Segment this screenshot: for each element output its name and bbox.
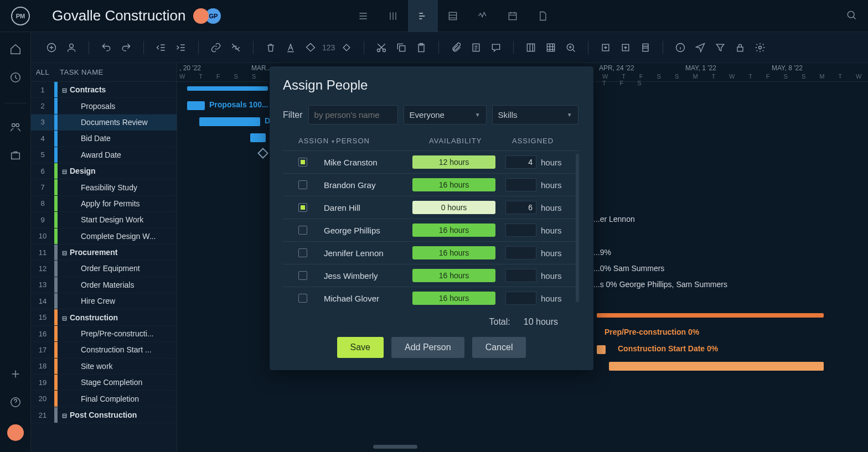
assign-icon[interactable] bbox=[63, 39, 80, 56]
task-row[interactable]: 7Feasibility Study bbox=[31, 179, 177, 195]
task-row[interactable]: 19Stage Completion bbox=[31, 375, 177, 391]
task-row[interactable]: 3Documents Review bbox=[31, 115, 177, 131]
cancel-button[interactable]: Cancel bbox=[472, 337, 526, 358]
global-search-icon[interactable] bbox=[846, 9, 857, 22]
task-row[interactable]: 11⊟Procurement bbox=[31, 245, 177, 261]
notes-icon[interactable] bbox=[468, 39, 484, 56]
task-row[interactable]: 18Site work bbox=[31, 359, 177, 375]
home-icon[interactable] bbox=[9, 43, 22, 57]
portfolio-icon[interactable] bbox=[9, 149, 22, 163]
view-board-icon[interactable] bbox=[378, 0, 408, 32]
task-row[interactable]: 12Order Equipment bbox=[31, 261, 177, 277]
task-row[interactable]: 5Award Date bbox=[31, 147, 177, 163]
collapse-icon[interactable]: ⊟ bbox=[62, 412, 69, 419]
view-calendar-icon[interactable] bbox=[498, 0, 528, 32]
gantt-bar-biddate[interactable] bbox=[250, 133, 266, 142]
unlink-icon[interactable] bbox=[228, 39, 244, 56]
text-color-icon[interactable] bbox=[282, 39, 299, 56]
columns-icon[interactable] bbox=[523, 39, 539, 56]
print-icon[interactable] bbox=[637, 39, 654, 56]
task-row[interactable]: 1⊟Contracts bbox=[31, 82, 177, 98]
gantt-bar-documents[interactable] bbox=[199, 117, 260, 126]
view-gantt-icon[interactable] bbox=[408, 0, 438, 32]
collapse-icon[interactable]: ⊟ bbox=[62, 87, 69, 94]
col-person[interactable]: PERSON bbox=[336, 137, 429, 145]
help-icon[interactable] bbox=[9, 396, 22, 410]
delete-icon[interactable] bbox=[262, 39, 279, 56]
task-row[interactable]: 13Order Materials bbox=[31, 277, 177, 293]
assigned-hours-input[interactable] bbox=[505, 269, 536, 282]
undo-icon[interactable] bbox=[98, 39, 115, 56]
task-row[interactable]: 4Bid Date bbox=[31, 131, 177, 147]
add-person-button[interactable]: Add Person bbox=[391, 337, 464, 358]
filter-skills-select[interactable]: Skills ▼ bbox=[492, 105, 578, 124]
task-row[interactable]: 16Prep/Pre-constructi... bbox=[31, 326, 177, 342]
save-button[interactable]: Save bbox=[337, 337, 384, 358]
view-list-icon[interactable] bbox=[348, 0, 378, 32]
send-icon[interactable] bbox=[692, 39, 709, 56]
gantt-bar-contracts[interactable] bbox=[187, 86, 268, 91]
milestone-diamond-icon[interactable] bbox=[257, 148, 268, 159]
add-icon[interactable] bbox=[9, 368, 22, 382]
paste-icon[interactable] bbox=[413, 39, 430, 56]
assigned-hours-input[interactable] bbox=[505, 246, 536, 259]
horizontal-scrollbar[interactable] bbox=[373, 445, 417, 449]
col-availability[interactable]: AVAILABILITY bbox=[429, 137, 512, 145]
col-assigned[interactable]: ASSIGNED bbox=[512, 137, 554, 145]
grid-icon[interactable] bbox=[542, 39, 559, 56]
assigned-hours-input[interactable] bbox=[505, 224, 536, 237]
settings-icon[interactable] bbox=[752, 39, 768, 56]
zoom-icon[interactable] bbox=[562, 39, 579, 56]
indent-icon[interactable] bbox=[173, 39, 189, 56]
task-row[interactable]: 20Final Completion bbox=[31, 391, 177, 407]
tag-icon[interactable] bbox=[302, 39, 319, 56]
import-icon[interactable] bbox=[597, 39, 614, 56]
comment-icon[interactable] bbox=[488, 39, 504, 56]
gantt-bar-construction[interactable] bbox=[597, 313, 824, 318]
link-icon[interactable] bbox=[208, 39, 224, 56]
assign-checkbox[interactable] bbox=[298, 203, 307, 212]
col-task-name[interactable]: TASK NAME bbox=[54, 68, 104, 76]
filter-icon[interactable] bbox=[712, 39, 728, 56]
team-icon[interactable] bbox=[9, 121, 22, 135]
assign-checkbox[interactable] bbox=[298, 226, 307, 235]
scrollbar[interactable] bbox=[576, 154, 579, 302]
task-row[interactable]: 17Construction Start ... bbox=[31, 342, 177, 358]
assigned-hours-input[interactable] bbox=[505, 155, 536, 169]
filter-name-input[interactable] bbox=[308, 105, 398, 124]
copy-icon[interactable] bbox=[393, 39, 410, 56]
task-row[interactable]: 15⊟Construction bbox=[31, 309, 177, 325]
assign-checkbox[interactable] bbox=[298, 294, 307, 303]
col-assign[interactable]: ASSIGN ▾ bbox=[298, 137, 336, 145]
assigned-hours-input[interactable] bbox=[505, 201, 536, 214]
task-row[interactable]: 9Start Design Work bbox=[31, 212, 177, 228]
task-row[interactable]: 6⊟Design bbox=[31, 163, 177, 179]
info-icon[interactable] bbox=[672, 39, 689, 56]
recent-icon[interactable] bbox=[9, 71, 22, 85]
add-task-icon[interactable] bbox=[43, 39, 60, 56]
task-row[interactable]: 2Proposals bbox=[31, 98, 177, 114]
cut-icon[interactable] bbox=[373, 39, 390, 56]
view-sheet-icon[interactable] bbox=[438, 0, 468, 32]
lock-icon[interactable] bbox=[732, 39, 748, 56]
attachment-icon[interactable] bbox=[448, 39, 464, 56]
collapse-icon[interactable]: ⊟ bbox=[62, 168, 69, 175]
assign-checkbox[interactable] bbox=[298, 180, 307, 189]
col-all[interactable]: ALL bbox=[31, 68, 54, 76]
assigned-hours-input[interactable] bbox=[505, 292, 536, 305]
filter-scope-select[interactable]: Everyone ▼ bbox=[404, 105, 487, 124]
assigned-hours-input[interactable] bbox=[505, 178, 536, 191]
task-row[interactable]: 14Hire Crew bbox=[31, 293, 177, 309]
gantt-bar-proposals[interactable] bbox=[187, 101, 205, 110]
task-row[interactable]: 21⊟Post Construction bbox=[31, 407, 177, 423]
milestone-icon[interactable] bbox=[338, 39, 355, 56]
collapse-icon[interactable]: ⊟ bbox=[62, 250, 69, 257]
task-row[interactable]: 10Complete Design W... bbox=[31, 228, 177, 245]
gantt-bar-constart-mark[interactable] bbox=[597, 345, 606, 354]
assign-checkbox[interactable] bbox=[298, 248, 307, 257]
collapse-icon[interactable]: ⊟ bbox=[62, 315, 69, 322]
assign-checkbox[interactable] bbox=[298, 158, 307, 167]
gantt-bar-sitework[interactable] bbox=[609, 362, 824, 371]
task-row[interactable]: 8Apply for Permits bbox=[31, 196, 177, 212]
redo-icon[interactable] bbox=[118, 39, 135, 56]
